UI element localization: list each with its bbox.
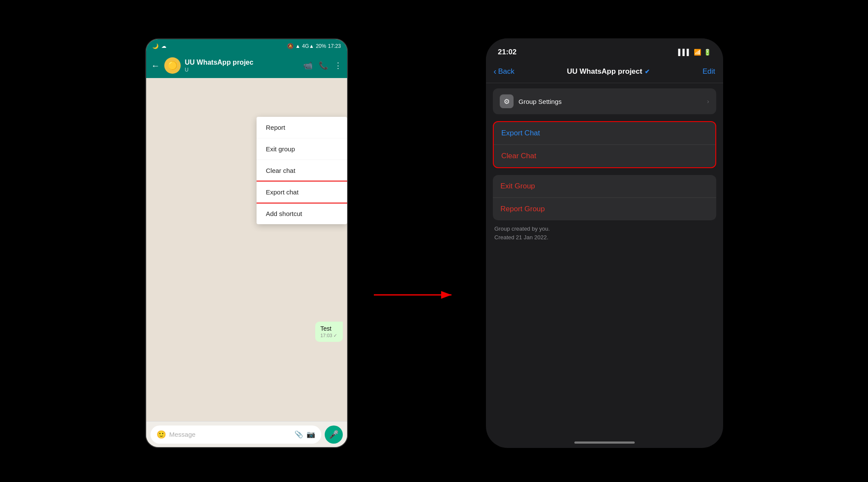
- ios-back-label[interactable]: Back: [498, 67, 514, 76]
- header-info: UU WhatsApp projec U: [185, 58, 299, 72]
- phone-icon[interactable]: 📞: [319, 61, 328, 70]
- clock: 17:23: [328, 43, 341, 49]
- ios-clear-chat-button[interactable]: Clear Chat: [494, 145, 715, 167]
- bubble-meta: 17:03 ✓: [320, 333, 338, 338]
- android-bottom-bar: 🙂 Message 📎 📷 🎤: [146, 421, 347, 447]
- ios-edit-button[interactable]: Edit: [702, 67, 715, 76]
- ios-content: ⚙ Group Settings › Export Chat Clear Cha…: [486, 83, 723, 241]
- signal-icon: 4G▲: [302, 43, 314, 49]
- header-icons: 📹 📞 ⋮: [303, 61, 342, 70]
- bubble-text: Test: [320, 325, 338, 332]
- ios-home-indicator: [574, 441, 635, 444]
- menu-item-exit-group[interactable]: Exit group: [257, 138, 347, 160]
- battery-level: 20%: [316, 43, 326, 49]
- wifi-icon: 📶: [694, 49, 701, 56]
- android-status-bar: 🌙 ☁ 🔕 ▲ 4G▲ 20% 17:23: [146, 39, 347, 53]
- footer-line1: Group created by you.: [495, 225, 714, 233]
- ios-export-chat-button[interactable]: Export Chat: [494, 122, 715, 145]
- group-sub: U: [185, 67, 299, 73]
- menu-item-add-shortcut[interactable]: Add shortcut: [257, 203, 347, 224]
- group-settings-label: Group Settings: [519, 98, 562, 105]
- checkmark-icon: ✔: [645, 68, 650, 75]
- moon-icon: 🌙: [152, 43, 159, 49]
- wifi-icon: ▲: [295, 43, 301, 49]
- avatar: 🟡: [164, 57, 181, 74]
- ios-back-button[interactable]: ‹ Back: [494, 66, 514, 76]
- gear-icon: ⚙: [504, 97, 510, 106]
- ios-nav-bar: ‹ Back UU WhatsApp project ✔ Edit: [486, 60, 723, 83]
- ios-phone: 21:02 ▌▌▌ 📶 🔋 ‹ Back UU WhatsApp project…: [486, 38, 723, 448]
- battery-icon: 🔋: [704, 49, 711, 56]
- red-arrow: [374, 278, 460, 312]
- ios-group-footer: Group created by you. Created 21 Jan 202…: [493, 220, 716, 241]
- ios-status-icons: ▌▌▌ 📶 🔋: [678, 49, 711, 56]
- message-placeholder: Message: [169, 431, 291, 438]
- mic-icon: 🎤: [329, 430, 338, 439]
- ios-time: 21:02: [498, 48, 517, 56]
- chat-bubble: Test 17:03 ✓: [315, 322, 343, 342]
- menu-item-export-chat[interactable]: Export chat: [257, 182, 347, 203]
- chevron-left-icon: ‹: [494, 66, 497, 76]
- attachment-icon[interactable]: 📎: [295, 430, 303, 438]
- ios-nav-title: UU WhatsApp project ✔: [514, 67, 702, 76]
- ios-exit-group-button[interactable]: Exit Group: [493, 175, 716, 198]
- mic-button[interactable]: 🎤: [325, 426, 343, 444]
- cloud-icon: ☁: [161, 43, 166, 49]
- mute-icon: 🔕: [287, 43, 294, 49]
- dropdown-menu: Report Exit group Clear chat Export chat…: [257, 117, 347, 224]
- ios-report-group-button[interactable]: Report Group: [493, 198, 716, 220]
- android-phone: 🌙 ☁ 🔕 ▲ 4G▲ 20% 17:23 ← 🟡 UU WhatsApp pr…: [145, 38, 348, 448]
- ios-settings-left: ⚙ Group Settings: [500, 94, 562, 108]
- video-icon[interactable]: 📹: [303, 61, 313, 70]
- menu-item-clear-chat[interactable]: Clear chat: [257, 160, 347, 182]
- group-name: UU WhatsApp projec: [185, 58, 299, 66]
- signal-bars-icon: ▌▌▌: [678, 49, 691, 56]
- camera-icon[interactable]: 📷: [307, 430, 315, 438]
- menu-item-report[interactable]: Report: [257, 117, 347, 138]
- android-back-button[interactable]: ←: [151, 61, 160, 71]
- footer-line2: Created 21 Jan 2022.: [495, 233, 714, 242]
- chevron-right-icon: ›: [707, 98, 709, 105]
- chat-area: Test 17:03 ✓ Report Exit group Clear cha…: [146, 78, 347, 380]
- ios-section-export-clear: Export Chat Clear Chat: [493, 121, 716, 168]
- emoji-icon[interactable]: 🙂: [157, 430, 166, 439]
- message-input-area[interactable]: 🙂 Message 📎 📷: [150, 426, 321, 444]
- settings-icon-box: ⚙: [500, 94, 514, 108]
- more-icon[interactable]: ⋮: [334, 61, 342, 70]
- ios-section-exit-report: Exit Group Report Group: [493, 175, 716, 220]
- android-header: ← 🟡 UU WhatsApp projec U 📹 📞 ⋮: [146, 53, 347, 78]
- ios-status-bar: 21:02 ▌▌▌ 📶 🔋: [486, 38, 723, 60]
- ios-group-settings-row[interactable]: ⚙ Group Settings ›: [493, 88, 716, 114]
